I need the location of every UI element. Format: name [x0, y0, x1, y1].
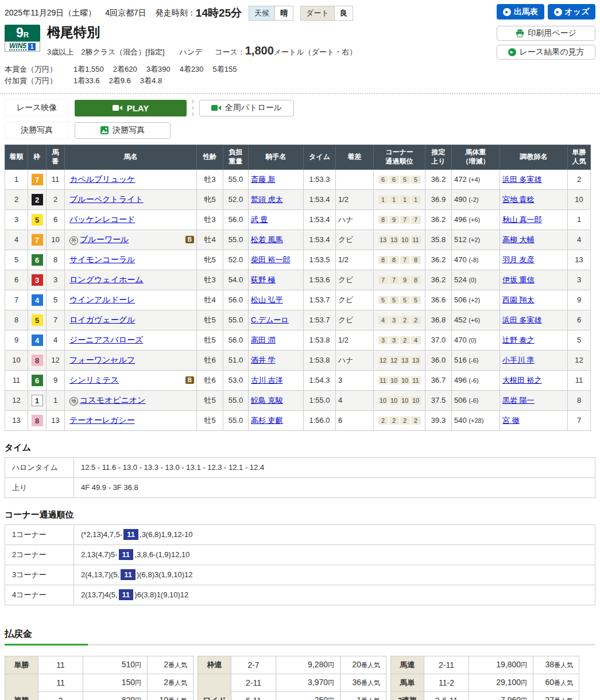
popularity-unit: 番人気 — [168, 697, 187, 700]
corner-position-number: 5 — [400, 296, 410, 304]
results-guide-button[interactable]: ▶ レース結果の見方 — [497, 45, 595, 60]
trainer-link[interactable]: 小手川 準 — [502, 356, 535, 364]
trainer-link[interactable]: 浜田 多実雄 — [502, 316, 542, 324]
trainer-link[interactable]: 秋山 真一郎 — [502, 215, 542, 224]
horse-name-link[interactable]: ロイガヴェーグル — [69, 315, 135, 324]
corner-position-number: 7 — [411, 216, 421, 224]
course-distance: 1,800 — [245, 44, 274, 57]
bet-type-label: 3連複 — [391, 691, 424, 700]
jockey-link[interactable]: 柴田 裕一郎 — [251, 255, 291, 264]
trainer-link[interactable]: 羽月 友彦 — [502, 255, 535, 264]
body-weight-diff: (+6) — [469, 216, 480, 223]
horse-name-link[interactable]: コスモオピニオン — [80, 395, 146, 405]
jockey-link[interactable]: 鷲頭 虎太 — [251, 195, 283, 204]
jockey-link[interactable]: 高杉 吏麒 — [251, 416, 283, 425]
horse-name-link[interactable]: バッケンレコード — [69, 215, 135, 224]
horse-name-link[interactable]: テーオーレガシー — [69, 415, 135, 425]
margin: ハナ — [336, 209, 374, 230]
jockey-link[interactable]: 酒井 学 — [251, 356, 276, 364]
bet-combination: 11-2 — [424, 674, 469, 691]
corner-label: 4コーナー — [5, 585, 74, 605]
yen-unit: 円 — [135, 679, 141, 686]
trainer-cell: 浜田 多実雄 — [500, 169, 568, 189]
horse-name-link[interactable]: フォーワンセルフ — [69, 355, 135, 364]
results-column-header: 推定 上り — [425, 145, 452, 169]
lap-time-row: ハロンタイム12.5 - 11.6 - 13.0 - 13.3 - 13.0 -… — [5, 457, 595, 477]
trainer-cell: 小手川 準 — [500, 350, 568, 370]
results-column-header: タイム — [304, 145, 336, 169]
body-weight-value: 506 — [454, 396, 469, 405]
odds-button[interactable]: ▶ オッズ — [548, 4, 595, 20]
horse-body-weight: 452 (+6) — [452, 310, 500, 330]
finish-photo-label: 決勝写真 — [5, 122, 69, 139]
prize-rank-label: 5着 — [213, 65, 224, 73]
track-condition-badge: ダート 良 — [300, 6, 353, 21]
jockey-cell: 武 豊 — [249, 209, 304, 230]
finish-time: 1:53.7 — [304, 290, 336, 310]
payout-amount: 820円 — [83, 691, 148, 700]
horse-name-link[interactable]: ブルーワール — [80, 235, 129, 244]
corner-positions: 7798 — [374, 270, 425, 290]
lap-time-value: 12.5 - 11.6 - 13.0 - 13.3 - 13.0 - 13.1 … — [74, 457, 595, 477]
horse-name-link[interactable]: ジーニアスバローズ — [69, 335, 143, 344]
corner-position-number: 1 — [411, 196, 421, 204]
last-3f-time: 37.5 — [425, 390, 452, 410]
finish-time: 1:53.7 — [304, 310, 336, 330]
prize-value: 155 — [224, 65, 237, 73]
body-weight-value: 512 — [454, 235, 469, 244]
trainer-link[interactable]: 高柳 大輔 — [502, 235, 535, 244]
body-weight-diff: (-6) — [469, 397, 478, 404]
trainer-link[interactable]: 辻野 泰之 — [502, 336, 535, 344]
body-weight-value: 490 — [454, 195, 469, 204]
trainer-link[interactable]: 伊坂 重信 — [502, 275, 535, 284]
horse-name-link[interactable]: ウインアルドーレ — [69, 295, 135, 304]
horse-name-link[interactable]: カペルブリュッケ — [69, 174, 136, 184]
payout-row: 枠連2-79,280円20番人気 — [198, 656, 386, 674]
horse-name-link[interactable]: ブルーペクトライト — [69, 195, 144, 204]
horse-name-link[interactable]: ロングウェイホーム — [69, 275, 144, 284]
patrol-video-button[interactable]: 全周パトロール — [199, 100, 294, 116]
frame-cell: 2 — [28, 189, 47, 209]
corner-position-number: 8 — [378, 256, 388, 264]
trainer-link[interactable]: 大根田 裕之 — [502, 376, 542, 384]
trainer-link[interactable]: 宮 徹 — [502, 416, 520, 425]
result-row: 1211地コスモオピニオン牡555.0鮫島 克駿1:55.04101010103… — [5, 390, 591, 410]
results-column-header: 着差 — [336, 145, 374, 169]
payout-table: 単勝11510円2番人気複勝11150円2番人気2820円10番人気6120円1… — [5, 656, 193, 700]
corner-position-number: 5 — [411, 296, 421, 304]
jockey-link[interactable]: 松山 弘平 — [251, 295, 283, 304]
jockey-link[interactable]: 高田 潤 — [251, 336, 276, 344]
horse-name-link[interactable]: サイモンコーラル — [69, 255, 135, 264]
win-favorite-rank: 5 — [568, 330, 591, 350]
jockey-cell: 高杉 吏麒 — [249, 410, 304, 430]
result-row: 633ロングウェイホーム牡354.0荻野 極1:53.6クビ779836.252… — [5, 270, 591, 290]
popularity-value: 36 — [352, 678, 361, 687]
jockey-link[interactable]: 斎藤 新 — [251, 175, 276, 184]
prize-rank-label: 4着 — [180, 65, 191, 73]
play-button[interactable]: PLAY — [75, 100, 187, 116]
jockey-link[interactable]: 松若 風馬 — [251, 235, 283, 244]
finish-position: 9 — [5, 330, 28, 350]
jockey-link[interactable]: 古川 吉洋 — [251, 376, 283, 384]
jockey-link[interactable]: 武 豊 — [251, 215, 268, 224]
corner-position-number: 13 — [400, 356, 410, 364]
bet-type-label: 馬単 — [391, 674, 424, 691]
trainer-link[interactable]: 宮地 貴稔 — [502, 195, 535, 204]
print-page-button[interactable]: 印刷用ページ — [497, 26, 595, 41]
horse-body-weight: 472 (+4) — [452, 169, 500, 189]
body-weight-value: 470 — [454, 336, 469, 344]
result-row: 745ウインアルドーレ牡456.0松山 弘平1:53.7クビ555536.650… — [5, 290, 591, 310]
jockey-link[interactable]: C.デムーロ — [251, 316, 289, 324]
trainer-link[interactable]: 西園 翔太 — [502, 295, 535, 304]
horse-number: 7 — [47, 310, 65, 330]
jockey-link[interactable]: 荻野 極 — [251, 275, 276, 284]
body-weight-value: 472 — [454, 175, 469, 184]
payout-amount-value: 29,100 — [496, 678, 521, 687]
trainer-link[interactable]: 浜田 多実雄 — [502, 175, 542, 184]
trainer-link[interactable]: 黒岩 陽一 — [502, 396, 535, 405]
jockey-link[interactable]: 鮫島 克駿 — [251, 396, 283, 405]
entries-button[interactable]: ▶ 出馬表 — [497, 4, 544, 20]
carried-weight: 51.0 — [223, 350, 249, 370]
horse-name-link[interactable]: シンリミテス — [69, 375, 119, 384]
finish-photo-button[interactable]: 決勝写真 — [75, 122, 171, 139]
